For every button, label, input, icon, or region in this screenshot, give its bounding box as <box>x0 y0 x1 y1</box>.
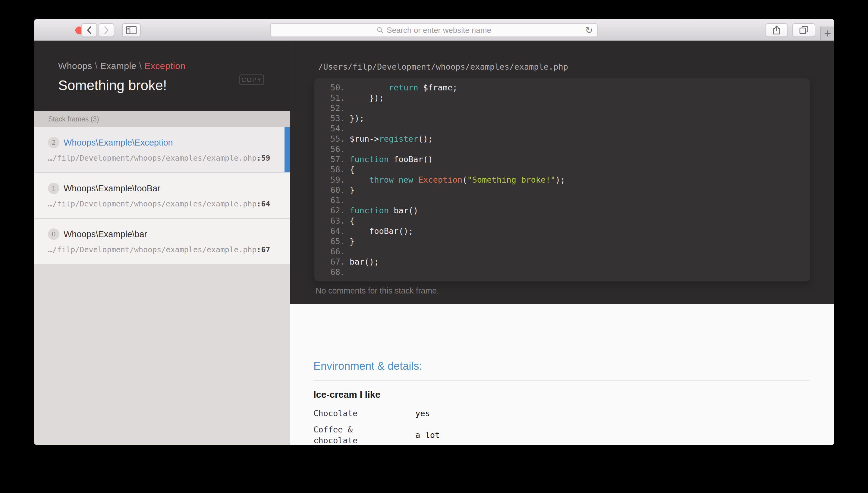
frame-line-number: :59 <box>257 154 270 163</box>
sidebar-icon <box>126 26 137 34</box>
reload-icon[interactable]: ↻ <box>585 25 593 36</box>
stack-frame-item[interactable]: 1 Whoops\Example\fooBar …/filp/Developme… <box>34 173 290 219</box>
line-number: 51. <box>319 93 345 103</box>
stack-frame-item[interactable]: 2 Whoops\Example\Exception …/filp/Develo… <box>34 127 290 173</box>
line-number: 67. <box>319 257 345 267</box>
environment-key: Coffee & chocolate <box>313 424 395 445</box>
frame-file-path: …/filp/Development/whoops/examples/examp… <box>48 154 257 163</box>
code-line: 52. <box>314 103 810 113</box>
code-line: 67.bar(); <box>314 257 810 267</box>
line-number: 63. <box>319 216 345 226</box>
code-text: } <box>350 237 354 246</box>
environment-table: Chocolate yes Coffee & chocolate a lot S… <box>313 408 809 445</box>
code-line: 58.{ <box>314 165 810 175</box>
line-number: 52. <box>319 103 345 113</box>
show-all-tabs-button[interactable] <box>793 23 815 37</box>
frame-index-badge: 0 <box>48 229 59 240</box>
code-line: 53.}); <box>314 113 810 124</box>
line-number: 53. <box>319 113 345 124</box>
line-number: 64. <box>319 226 345 236</box>
frame-class-name: Whoops\Example\Exception <box>64 138 173 148</box>
line-number: 66. <box>319 246 345 257</box>
frame-file-path: …/filp/Development/whoops/examples/examp… <box>48 245 257 254</box>
tabs-icon <box>799 26 809 35</box>
code-block: 50. return $frame;51. });52.53.});54.55.… <box>314 78 810 281</box>
breadcrumb-separator: \ <box>136 61 145 71</box>
code-line: 62.function bar() <box>314 206 810 216</box>
code-line: 57.function fooBar() <box>314 154 810 165</box>
divider <box>313 380 809 381</box>
breadcrumb-part: Example <box>100 61 136 71</box>
sidebar-toggle-button[interactable] <box>122 23 141 37</box>
line-number: 50. <box>319 83 345 93</box>
frame-file-path: …/filp/Development/whoops/examples/examp… <box>48 199 257 208</box>
search-icon <box>376 26 384 34</box>
breadcrumb-part: Whoops <box>58 61 92 71</box>
active-frame-indicator <box>284 127 290 172</box>
code-text: return $frame; <box>350 83 457 92</box>
code-line: 56. <box>314 144 810 154</box>
environment-heading: Environment & details: <box>313 360 809 372</box>
line-number: 61. <box>319 195 345 206</box>
line-number: 55. <box>319 134 345 144</box>
code-line: 50. return $frame; <box>314 83 810 93</box>
code-line: 68. <box>314 267 810 277</box>
line-number: 57. <box>319 154 345 165</box>
copy-button[interactable]: COPY <box>239 74 264 85</box>
code-line: 63.{ <box>314 216 810 226</box>
code-line: 51. }); <box>314 93 810 103</box>
file-path: /Users/filp/Development/whoops/examples/… <box>290 41 834 71</box>
back-button[interactable] <box>81 23 97 37</box>
code-text: function bar() <box>350 206 418 215</box>
line-number: 60. <box>319 185 345 195</box>
code-line: 64. fooBar(); <box>314 226 810 236</box>
line-number: 59. <box>319 175 345 185</box>
code-line: 61. <box>314 195 810 206</box>
stack-frames-header: Stack frames (3): <box>34 111 290 127</box>
whoops-sidebar: Whoops \ Example \ Exception Something b… <box>34 41 290 445</box>
frame-class-name: Whoops\Example\fooBar <box>64 184 160 193</box>
share-icon <box>773 25 781 35</box>
plus-icon: + <box>824 27 831 40</box>
line-number: 62. <box>319 206 345 216</box>
code-line: 60.} <box>314 185 810 195</box>
browser-toolbar: Search or enter website name ↻ + <box>34 19 834 41</box>
line-number: 68. <box>319 267 345 277</box>
environment-value: yes <box>415 408 809 419</box>
environment-table-title: Ice-cream I like <box>313 389 809 400</box>
new-tab-button[interactable]: + <box>820 26 834 40</box>
code-line: 59. throw new Exception("Something broke… <box>314 175 810 185</box>
line-number: 65. <box>319 236 345 246</box>
share-button[interactable] <box>765 23 787 37</box>
line-number: 58. <box>319 165 345 175</box>
frame-index-badge: 1 <box>48 183 59 194</box>
code-line: 66. <box>314 246 810 257</box>
code-text: fooBar(); <box>350 226 413 236</box>
line-number: 54. <box>319 124 345 134</box>
code-text: bar(); <box>350 257 379 266</box>
code-line: 65.} <box>314 236 810 246</box>
page-content: Whoops \ Example \ Exception Something b… <box>34 41 834 445</box>
code-text: $run->register(); <box>350 134 433 144</box>
breadcrumb: Whoops \ Example \ Exception <box>58 61 290 71</box>
code-text: } <box>350 185 354 195</box>
code-panel: /Users/filp/Development/whoops/examples/… <box>290 41 834 304</box>
address-bar[interactable]: Search or enter website name ↻ <box>270 23 598 37</box>
address-bar-placeholder: Search or enter website name <box>387 26 491 35</box>
environment-value: a lot <box>415 430 809 441</box>
frame-index-badge: 2 <box>48 137 59 148</box>
stack-frame-item[interactable]: 0 Whoops\Example\bar …/filp/Development/… <box>34 219 290 264</box>
frame-line-number: :64 <box>257 199 270 208</box>
exception-class: Exception <box>144 61 186 71</box>
code-text: { <box>350 216 354 226</box>
main-panel: /Users/filp/Development/whoops/examples/… <box>290 41 834 445</box>
frame-class-name: Whoops\Example\bar <box>64 229 147 239</box>
environment-section: Environment & details: Ice-cream I like … <box>290 304 834 445</box>
exception-header: Whoops \ Example \ Exception Something b… <box>34 41 290 111</box>
code-line: 54. <box>314 124 810 134</box>
chevron-right-icon <box>103 26 110 35</box>
line-number: 56. <box>319 144 345 154</box>
forward-button[interactable] <box>99 23 114 37</box>
frame-line-number: :67 <box>257 245 270 254</box>
stack-frames-list: 2 Whoops\Example\Exception …/filp/Develo… <box>34 127 290 264</box>
